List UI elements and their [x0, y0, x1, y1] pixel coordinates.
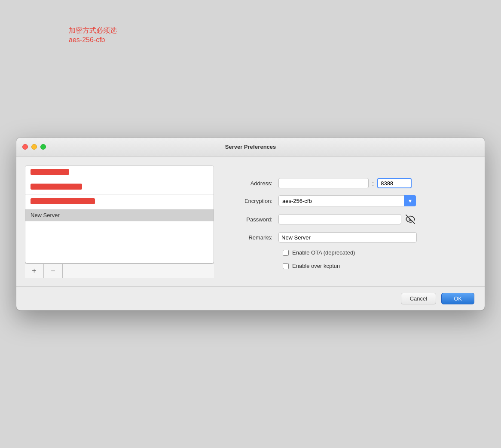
address-row: Address: :: [231, 178, 463, 188]
server-list-container: New Server 加密方式必须选 aes-256-cfb: [25, 165, 214, 264]
window-body: New Server 加密方式必须选 aes-256-cfb + −: [16, 156, 485, 286]
eye-crossed-icon: [406, 215, 415, 224]
password-label: Password:: [231, 216, 278, 223]
main-window: Server Preferences: [16, 138, 485, 310]
server-list: New Server: [25, 166, 214, 263]
address-label: Address:: [231, 180, 278, 187]
address-group: :: [278, 178, 412, 188]
remarks-input[interactable]: [278, 232, 417, 242]
enable-kcptun-checkbox[interactable]: [283, 263, 289, 269]
list-item[interactable]: [25, 180, 214, 195]
remarks-row: Remarks:: [231, 232, 463, 242]
redacted-bar: [31, 198, 95, 204]
right-panel: Address: : Encryption: aes-256-cfb aes-1…: [214, 165, 476, 278]
server-item-label: New Server: [31, 212, 60, 218]
encryption-group: aes-256-cfb aes-128-cfb chacha20 rc4-md5…: [278, 195, 416, 206]
enable-kcptun-label[interactable]: Enable over kcptun: [292, 263, 340, 269]
left-panel: New Server 加密方式必须选 aes-256-cfb + −: [25, 165, 214, 278]
enable-kcptun-row: Enable over kcptun: [231, 263, 463, 269]
titlebar: Server Preferences: [16, 138, 485, 156]
minimize-button[interactable]: [31, 144, 37, 150]
list-item-new-server[interactable]: New Server: [25, 209, 214, 221]
encryption-label: Encryption:: [231, 198, 278, 204]
encryption-row: Encryption: aes-256-cfb aes-128-cfb chac…: [231, 195, 463, 206]
redacted-bar: [31, 184, 82, 190]
port-input[interactable]: [377, 178, 412, 188]
remarks-label: Remarks:: [231, 234, 278, 241]
redacted-bar: [31, 169, 69, 175]
list-toolbar: + −: [25, 264, 214, 278]
password-row: Password:: [231, 213, 463, 225]
encryption-select[interactable]: aes-256-cfb aes-128-cfb chacha20 rc4-md5…: [278, 195, 416, 206]
list-item[interactable]: [25, 166, 214, 180]
enable-ota-row: Enable OTA (deprecated): [231, 249, 463, 256]
maximize-button[interactable]: [40, 144, 46, 150]
enable-ota-checkbox[interactable]: [283, 250, 289, 256]
enable-ota-label[interactable]: Enable OTA (deprecated): [292, 249, 355, 256]
colon-separator: :: [372, 180, 374, 187]
traffic-lights: [22, 144, 46, 150]
add-server-button[interactable]: +: [25, 264, 44, 278]
remove-server-button[interactable]: −: [44, 264, 63, 278]
password-group: [278, 213, 417, 225]
window-footer: Cancel OK: [16, 286, 485, 310]
close-button[interactable]: [22, 144, 28, 150]
list-item[interactable]: [25, 195, 214, 209]
toggle-password-button[interactable]: [404, 213, 417, 225]
window-title: Server Preferences: [225, 144, 276, 150]
cancel-button[interactable]: Cancel: [401, 293, 436, 304]
ok-button[interactable]: OK: [441, 293, 474, 304]
password-input[interactable]: [278, 214, 401, 224]
form-section: Address: : Encryption: aes-256-cfb aes-1…: [231, 178, 463, 269]
address-input[interactable]: [278, 178, 369, 188]
